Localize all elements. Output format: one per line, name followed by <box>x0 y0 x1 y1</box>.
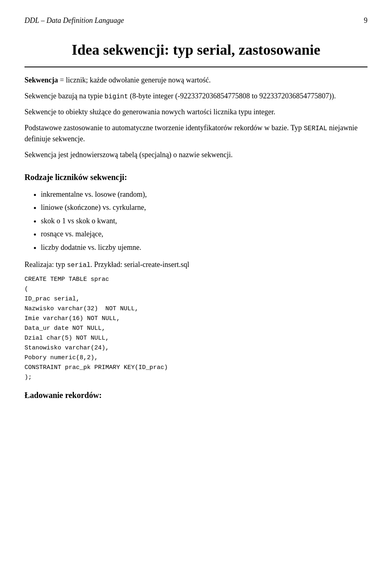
p4-mono: SERIAL <box>304 125 327 132</box>
paragraph-2: Sekwencje bazują na typie bigint (8-byte… <box>24 91 368 102</box>
list-item: inkrementalne vs. losowe (random), <box>41 188 368 201</box>
realizacja-text-after: . Przykład: serial-create-insert.sql <box>91 260 189 269</box>
rodzaje-list: inkrementalne vs. losowe (random),liniow… <box>41 188 368 254</box>
list-item: skok o 1 vs skok o kwant, <box>41 214 368 227</box>
list-item: rosnące vs. malejące, <box>41 227 368 240</box>
main-title: Idea sekwencji: typ serial, zastosowanie <box>24 41 368 58</box>
realizacja-line: Realizaja: typ serial. Przykład: serial-… <box>24 260 368 269</box>
rodzaje-section: Rodzaje liczników sekwencji: inkremental… <box>24 173 368 254</box>
realizacja-mono: serial <box>67 262 91 269</box>
p2-text: Sekwencje bazują na typie <box>24 92 105 100</box>
page-number: 9 <box>364 16 368 25</box>
section-divider <box>24 67 368 67</box>
paragraph-1: Sekwencja = licznik; każde odwołanie gen… <box>24 75 368 86</box>
bottom-heading: Ładowanie rekordów: <box>24 391 368 400</box>
page-header: DDL – Data Definition Language 9 <box>24 16 368 25</box>
paragraph-4: Podstawowe zastosowanie to automatyczne … <box>24 122 368 145</box>
p2-rest: (8-byte integer (-9223372036854775808 to… <box>128 92 336 100</box>
paragraph-3: Sekwencje to obiekty służące do generowa… <box>24 107 368 118</box>
bold-sekwencja: Sekwencja <box>24 76 58 84</box>
rodzaje-heading: Rodzaje liczników sekwencji: <box>24 173 368 182</box>
paragraph-5: Sekwencja jest jednowierszową tabelą (sp… <box>24 149 368 160</box>
p4-text: Podstawowe zastosowanie to automatyczne … <box>24 124 304 132</box>
header-title: DDL – Data Definition Language <box>24 16 124 25</box>
p1-rest: = licznik; każde odwołanie generuje nową… <box>58 76 211 84</box>
list-item: liczby dodatnie vs. liczby ujemne. <box>41 241 368 254</box>
p2-mono: bigint <box>105 93 128 100</box>
realizacja-text-before: Realizaja: typ <box>24 260 67 269</box>
code-block: CREATE TEMP TABLE sprac ( ID_prac serial… <box>24 275 368 382</box>
list-item: liniowe (skończone) vs. cyrkularne, <box>41 201 368 214</box>
